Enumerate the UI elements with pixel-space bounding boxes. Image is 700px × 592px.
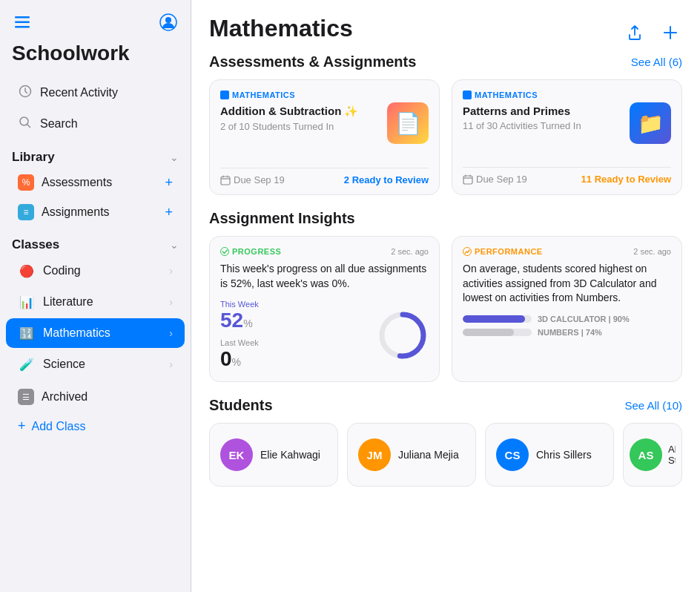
this-week-unit: % — [243, 318, 252, 329]
perf-bar-fill-1 — [463, 315, 525, 323]
classes-label: Classes — [12, 237, 59, 252]
svg-rect-2 — [15, 26, 30, 28]
assessments-section-title: Assessments & Assignments — [209, 53, 416, 70]
share-button[interactable] — [623, 21, 647, 45]
student-name-jm: Juliana Mejia — [398, 449, 459, 461]
progress-icon — [220, 247, 229, 256]
library-header: Library ⌄ — [0, 145, 191, 168]
students-see-all-link[interactable]: See All (10) — [624, 399, 682, 412]
last-week-value: 0% — [220, 347, 259, 371]
card-1-thumbnail: 📄 — [387, 102, 429, 144]
svg-point-9 — [221, 248, 229, 256]
perf-bar-track-2 — [463, 329, 532, 336]
science-icon: 🧪 — [18, 355, 36, 373]
svg-rect-7 — [221, 177, 230, 185]
class-science-label: Science — [43, 358, 85, 371]
performance-tag: PERFORMANCE — [463, 247, 543, 256]
add-class-label: Add Class — [32, 420, 86, 433]
svg-point-12 — [463, 248, 472, 256]
students-title: Students — [209, 397, 273, 414]
perf-bar-label-1: 3D CALCULATOR | 90% — [538, 315, 671, 323]
add-class-button[interactable]: + Add Class — [6, 412, 185, 440]
library-chevron-icon[interactable]: ⌄ — [170, 151, 179, 163]
assignments-item[interactable]: ≡ Assignments + — [6, 198, 185, 226]
class-item-mathematics[interactable]: 🔢 Mathematics › — [6, 318, 185, 348]
classes-chevron-icon[interactable]: ⌄ — [170, 239, 179, 251]
main-content: Mathematics Assessments & Assignments Se… — [191, 0, 700, 592]
science-chevron-icon: › — [169, 358, 173, 370]
page-title: Mathematics — [209, 15, 353, 42]
card-2-footer: Due Sep 19 11 Ready to Review — [463, 167, 671, 185]
calendar-icon — [220, 175, 231, 185]
archived-label: Archived — [42, 390, 88, 404]
assessments-label: Assessments — [42, 176, 112, 189]
sidebar-toggle-button[interactable] — [12, 12, 33, 33]
insights-section-title: Assignment Insights — [209, 210, 355, 227]
assessments-see-all-link[interactable]: See All (6) — [631, 56, 682, 68]
coding-icon: 🔴 — [18, 262, 36, 280]
add-class-plus-icon: + — [18, 418, 26, 434]
literature-chevron-icon: › — [169, 296, 173, 308]
card-1-tag: MATHEMATICS — [220, 91, 429, 99]
last-week-stat: Last Week 0% — [220, 338, 259, 371]
archived-item[interactable]: ☰ Archived — [6, 383, 185, 411]
add-button[interactable] — [658, 21, 682, 45]
class-item-science[interactable]: 🧪 Science › — [6, 349, 185, 379]
card-1-title: Addition & Subtraction ✨ — [220, 105, 358, 118]
student-card-jm[interactable]: JM Juliana Mejia — [347, 423, 476, 487]
student-name-cs: Chris Sillers — [536, 449, 592, 461]
student-card-as-partial[interactable]: AS AbbiSte... — [623, 423, 682, 487]
students-row: EK Elie Kahwagi JM Juliana Mejia CS Chri… — [209, 423, 682, 487]
card-2-thumbnail: 📁 — [630, 102, 671, 144]
search-item[interactable]: Search — [6, 109, 185, 139]
progress-stats: This Week 52% Last Week 0% — [220, 300, 259, 371]
profile-button[interactable] — [158, 12, 179, 33]
progress-tag: PROGRESS — [220, 247, 281, 256]
student-card-ek[interactable]: EK Elie Kahwagi — [209, 423, 338, 487]
literature-icon: 📊 — [18, 293, 36, 311]
card-2-tag-icon — [463, 91, 472, 99]
student-avatar-as: AS — [630, 438, 662, 471]
recent-activity-label: Recent Activity — [40, 86, 118, 99]
performance-text: On average, students scored highest on a… — [463, 262, 671, 306]
assessments-item[interactable]: % Assessments + — [6, 168, 185, 197]
assignments-label: Assignments — [42, 205, 110, 219]
progress-ring — [377, 309, 429, 361]
add-assignment-button[interactable]: + — [165, 205, 173, 220]
assignment-card-2[interactable]: MATHEMATICS Patterns and Primes ··· 11 o… — [452, 79, 682, 195]
sidebar-top-bar — [0, 0, 191, 39]
calendar-icon-2 — [463, 174, 473, 185]
svg-rect-0 — [15, 16, 30, 19]
assessments-section-header: Assessments & Assignments See All (6) — [209, 53, 682, 70]
recent-activity-icon — [18, 85, 33, 101]
perf-bar-track-1 — [463, 315, 532, 323]
class-literature-label: Literature — [43, 295, 93, 309]
student-name-as-partial: AbbiSte... — [668, 444, 676, 466]
mathematics-icon: 🔢 — [18, 324, 36, 342]
class-item-coding[interactable]: 🔴 Coding › — [6, 256, 185, 286]
assignments-icon: ≡ — [23, 207, 28, 217]
add-assessment-button[interactable]: + — [165, 175, 173, 191]
main-header: Mathematics — [209, 15, 682, 45]
perf-bar-fill-2 — [463, 329, 514, 336]
mathematics-chevron-icon: › — [169, 327, 173, 339]
assignment-card-1[interactable]: MATHEMATICS Addition & Subtraction ✨ ♡ ·… — [209, 79, 440, 195]
class-item-literature[interactable]: 📊 Literature › — [6, 287, 185, 317]
performance-bars: 3D CALCULATOR | 90% NUMBERS | 74% — [463, 315, 671, 337]
card-2-review: 11 Ready to Review — [581, 174, 671, 185]
svg-point-4 — [165, 17, 171, 23]
performance-tag-row: PERFORMANCE 2 sec. ago — [463, 247, 671, 256]
classes-header: Classes ⌄ — [0, 233, 191, 255]
performance-time: 2 sec. ago — [633, 247, 671, 256]
assignment-cards-row: MATHEMATICS Addition & Subtraction ✨ ♡ ·… — [209, 79, 682, 195]
students-section-header: Students See All (10) — [209, 397, 682, 414]
perf-bar-label-2: NUMBERS | 74% — [538, 328, 671, 337]
student-avatar-ek: EK — [220, 438, 253, 471]
card-2-title: Patterns and Primes — [463, 105, 570, 117]
student-avatar-cs: CS — [496, 438, 529, 471]
card-1-review: 2 Ready to Review — [344, 174, 429, 185]
recent-activity-item[interactable]: Recent Activity — [6, 78, 185, 108]
sidebar: Schoolwork Recent Activity Search Librar… — [0, 0, 191, 592]
card-1-tag-icon — [220, 91, 229, 99]
student-card-cs[interactable]: CS Chris Sillers — [485, 423, 614, 487]
